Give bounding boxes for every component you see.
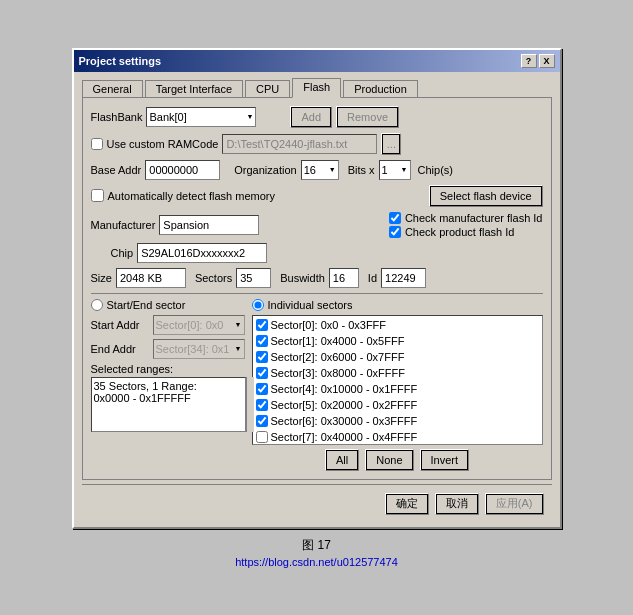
sector-3-label: Sector[3]: 0x8000 - 0xFFFF [271, 365, 406, 381]
invert-button[interactable]: Invert [420, 449, 470, 471]
individual-sectors-label: Individual sectors [268, 299, 353, 311]
check-product-checkbox[interactable] [389, 226, 401, 238]
id-input[interactable] [381, 268, 426, 288]
sector-1-checkbox[interactable] [256, 335, 268, 347]
sectors-input[interactable] [236, 268, 271, 288]
start-addr-select-wrap: Sector[0]: 0x0 [153, 315, 245, 335]
end-addr-select[interactable]: Sector[34]: 0x1FFFFF [153, 339, 245, 359]
all-button[interactable]: All [325, 449, 359, 471]
ramcode-path-input[interactable] [222, 134, 377, 154]
sector-item: Sector[7]: 0x40000 - 0x4FFFF [254, 429, 541, 445]
autodetect-row: Automatically detect flash memory Select… [91, 185, 543, 207]
sector-6-checkbox[interactable] [256, 415, 268, 427]
tab-production[interactable]: Production [343, 80, 418, 98]
selected-ranges-text2: 0x0000 - 0x1FFFFF [94, 392, 243, 404]
outer-wrap: Project settings ? X General Target Inte… [0, 48, 633, 568]
sector-0-checkbox[interactable] [256, 319, 268, 331]
use-custom-ramcode-checkbox[interactable] [91, 138, 103, 150]
sector-item: Sector[3]: 0x8000 - 0xFFFF [254, 365, 541, 381]
size-row: Size Sectors Buswidth Id [91, 268, 543, 288]
left-panel: Start/End sector Start Addr Sector[0]: 0… [91, 299, 246, 471]
figure-url: https://blog.csdn.net/u012577474 [235, 556, 398, 568]
start-addr-row: Start Addr Sector[0]: 0x0 [91, 315, 246, 335]
ok-button[interactable]: 确定 [385, 493, 429, 515]
start-addr-select[interactable]: Sector[0]: 0x0 [153, 315, 245, 335]
browse-ramcode-button[interactable]: ... [381, 133, 401, 155]
base-addr-input[interactable] [145, 160, 220, 180]
chip-row: Chip [111, 243, 543, 263]
manufacturer-input[interactable] [159, 215, 259, 235]
chip-input[interactable] [137, 243, 267, 263]
sector-3-checkbox[interactable] [256, 367, 268, 379]
baseaddr-row: Base Addr Organization 16 Bits x 1 [91, 160, 543, 180]
add-button[interactable]: Add [290, 106, 332, 128]
divider [91, 293, 543, 294]
selected-ranges-text1: 35 Sectors, 1 Range: [94, 380, 243, 392]
tab-target-interface[interactable]: Target Interface [145, 80, 243, 98]
chip-label2: Chip [111, 247, 134, 259]
sector-item: Sector[4]: 0x10000 - 0x1FFFF [254, 381, 541, 397]
size-input[interactable] [116, 268, 186, 288]
selected-ranges-container: 35 Sectors, 1 Range: 0x0000 - 0x1FFFFF [91, 377, 246, 432]
individual-sectors-radio-row: Individual sectors [252, 299, 543, 311]
sector-6-label: Sector[6]: 0x30000 - 0x3FFFF [271, 413, 418, 429]
flashbank-select-wrap: Bank[0] [146, 107, 256, 127]
sector-2-checkbox[interactable] [256, 351, 268, 363]
flashbank-label: FlashBank [91, 111, 143, 123]
start-end-radio[interactable] [91, 299, 103, 311]
manufacturer-row: Manufacturer Check manufacturer flash Id… [91, 212, 543, 238]
check-manufacturer-checkbox[interactable] [389, 212, 401, 224]
check-product-row: Check product flash Id [389, 226, 543, 238]
sector-5-checkbox[interactable] [256, 399, 268, 411]
use-custom-ramcode-label: Use custom RAMCode [107, 138, 219, 150]
tab-general[interactable]: General [82, 80, 143, 98]
flashbank-row: FlashBank Bank[0] Add Remove [91, 106, 543, 128]
sector-0-label: Sector[0]: 0x0 - 0x3FFF [271, 317, 387, 333]
project-settings-dialog: Project settings ? X General Target Inte… [72, 48, 562, 529]
bits-label: Bits x [348, 164, 375, 176]
sector-7-label: Sector[7]: 0x40000 - 0x4FFFF [271, 429, 418, 445]
organization-select-wrap: 16 [301, 160, 339, 180]
scrollbar-placeholder [246, 377, 254, 432]
dialog-body: General Target Interface CPU Flash Produ… [74, 72, 560, 527]
flashbank-select[interactable]: Bank[0] [146, 107, 256, 127]
title-bar-buttons: ? X [521, 54, 555, 68]
end-addr-select-wrap: Sector[34]: 0x1FFFFF [153, 339, 245, 359]
end-addr-label: End Addr [91, 343, 149, 355]
selected-ranges-label: Selected ranges: [91, 363, 174, 375]
check-manufacturer-label: Check manufacturer flash Id [405, 212, 543, 224]
auto-detect-checkbox[interactable] [91, 189, 104, 202]
tab-cpu[interactable]: CPU [245, 80, 290, 98]
sectors-list[interactable]: Sector[0]: 0x0 - 0x3FFF Sector[1]: 0x400… [252, 315, 543, 445]
select-flash-button[interactable]: Select flash device [429, 185, 543, 207]
dialog-title: Project settings [79, 55, 162, 67]
close-button[interactable]: X [539, 54, 555, 68]
bits-select[interactable]: 1 [379, 160, 411, 180]
sector-buttons-row: All None Invert [252, 449, 543, 471]
title-bar: Project settings ? X [74, 50, 560, 72]
help-button[interactable]: ? [521, 54, 537, 68]
tab-flash[interactable]: Flash [292, 78, 341, 98]
buswidth-input[interactable] [329, 268, 359, 288]
start-end-radio-row: Start/End sector [91, 299, 246, 311]
organization-select[interactable]: 16 [301, 160, 339, 180]
bottom-section: Start/End sector Start Addr Sector[0]: 0… [91, 299, 543, 471]
ramcode-row: Use custom RAMCode ... [91, 133, 543, 155]
size-label: Size [91, 272, 112, 284]
manufacturer-label: Manufacturer [91, 219, 156, 231]
end-addr-row: End Addr Sector[34]: 0x1FFFFF [91, 339, 246, 359]
sector-item: Sector[5]: 0x20000 - 0x2FFFF [254, 397, 541, 413]
sector-4-label: Sector[4]: 0x10000 - 0x1FFFF [271, 381, 418, 397]
sector-item: Sector[1]: 0x4000 - 0x5FFF [254, 333, 541, 349]
buswidth-label: Buswidth [280, 272, 325, 284]
remove-button[interactable]: Remove [336, 106, 399, 128]
none-button[interactable]: None [365, 449, 413, 471]
sector-7-checkbox[interactable] [256, 431, 268, 443]
apply-button[interactable]: 应用(A) [485, 493, 544, 515]
sector-item: Sector[0]: 0x0 - 0x3FFF [254, 317, 541, 333]
cancel-button[interactable]: 取消 [435, 493, 479, 515]
sector-4-checkbox[interactable] [256, 383, 268, 395]
tab-content-flash: FlashBank Bank[0] Add Remove Use custom … [82, 97, 552, 480]
auto-detect-label: Automatically detect flash memory [108, 190, 276, 202]
individual-sectors-radio[interactable] [252, 299, 264, 311]
